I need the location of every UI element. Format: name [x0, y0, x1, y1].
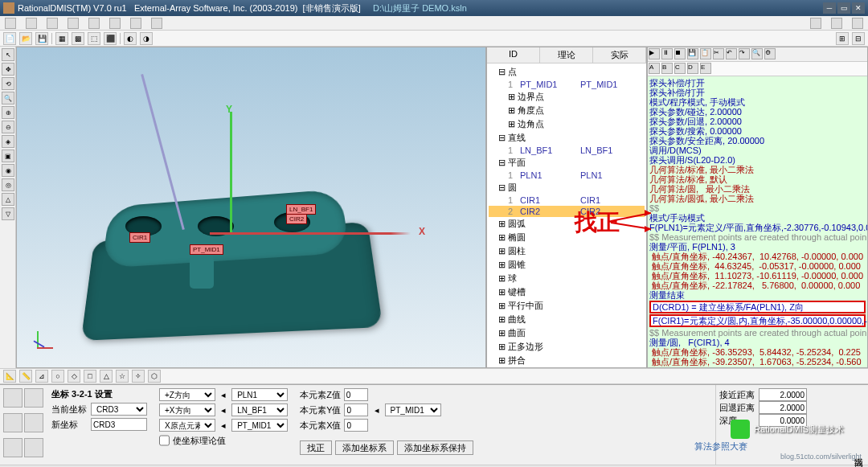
- tree-node[interactable]: ⊞ 曲线: [489, 313, 645, 326]
- code-tool2-icon[interactable]: C: [674, 63, 686, 74]
- code-line[interactable]: 测量/圆, F(CIR1), 4: [649, 338, 866, 347]
- tree-node[interactable]: ⊞ 正多边形: [489, 340, 645, 354]
- code-tool2-icon[interactable]: E: [700, 63, 711, 74]
- tool-icon[interactable]: ⬚: [88, 32, 100, 45]
- code-line[interactable]: 触点/直角坐标, -35.08761, 0.95973, -5.25234, -…: [649, 367, 866, 367]
- tool-icon[interactable]: ◑: [140, 32, 153, 45]
- tree-node[interactable]: ⊞ 圆锥: [489, 258, 645, 272]
- tree-col-id[interactable]: ID: [487, 47, 540, 63]
- vtool-icon[interactable]: ⊕: [2, 106, 14, 119]
- ze-input[interactable]: [344, 388, 368, 401]
- pt-select[interactable]: PT_MID1: [385, 404, 441, 416]
- tree-node[interactable]: ⊞ 边界点: [489, 90, 645, 104]
- code-line[interactable]: 模式/程序模式, 手动模式: [649, 97, 866, 107]
- tool-icon[interactable]: ◐: [124, 32, 137, 45]
- code-line[interactable]: 触点/直角坐标, 11.10273, -10.61119, -0.00000, …: [649, 271, 866, 281]
- ye-input[interactable]: [344, 404, 368, 416]
- code-tool2-icon[interactable]: B: [661, 63, 673, 74]
- tree-node[interactable]: 1LN_BF1LN_BF1: [489, 145, 645, 156]
- add-coord-keep-button[interactable]: 添加坐标系保持: [397, 440, 473, 455]
- code-line[interactable]: $$ Measurement points are created throug…: [649, 328, 866, 338]
- tree-node[interactable]: ⊞ 拼合: [489, 354, 645, 367]
- menu-icon[interactable]: [26, 18, 37, 29]
- tree-node[interactable]: ⊞ 边角点: [489, 117, 645, 131]
- close-button[interactable]: ✕: [852, 2, 865, 14]
- tree-node[interactable]: 1PLN1PLN1: [489, 170, 645, 181]
- btool-icon[interactable]: ☆: [116, 370, 129, 383]
- code-tool-icon[interactable]: ⏸: [661, 48, 673, 59]
- code-tool-icon[interactable]: ↷: [739, 48, 750, 59]
- code-line[interactable]: 模式/手动模式: [649, 213, 866, 223]
- tree-node[interactable]: 1PT_MID1PT_MID1: [489, 79, 645, 90]
- xe-input[interactable]: [344, 419, 368, 432]
- maximize-button[interactable]: ▭: [837, 2, 850, 14]
- code-line[interactable]: 探头参数/碰达, 2.00000: [649, 107, 866, 117]
- btool-cube-icon[interactable]: [24, 438, 43, 457]
- vtool-icon[interactable]: ▽: [2, 207, 14, 220]
- btool-icon[interactable]: □: [84, 370, 96, 383]
- vtool-icon[interactable]: △: [2, 193, 14, 206]
- menu-icon[interactable]: [109, 18, 121, 29]
- btool-icon[interactable]: ◇: [68, 370, 80, 383]
- code-line[interactable]: 测量结束: [649, 290, 866, 300]
- tool-icon[interactable]: ⊞: [836, 32, 849, 45]
- xdir-feat-select[interactable]: LN_BF1: [231, 404, 288, 416]
- tool-save-icon[interactable]: 💾: [35, 32, 48, 45]
- menu-icon[interactable]: [47, 18, 58, 29]
- btool-icon[interactable]: △: [100, 370, 113, 383]
- code-line[interactable]: $$: [649, 203, 866, 213]
- tree-node[interactable]: ⊟ 点: [489, 65, 645, 79]
- code-tool-icon[interactable]: 🔍: [751, 48, 763, 59]
- menu-icon[interactable]: [88, 18, 100, 29]
- zdir-feat-select[interactable]: PLN1: [231, 388, 288, 401]
- tool-new-icon[interactable]: 📄: [3, 32, 16, 45]
- feature-tag-cir2[interactable]: CIR2: [286, 214, 307, 224]
- code-line[interactable]: 几何算法/圆弧, 最小二乘法: [649, 194, 866, 203]
- tool-icon[interactable]: ▦: [55, 32, 68, 45]
- 3d-viewport[interactable]: X Y CIR1 PT_MID1 LN_BF1 CIR2: [16, 47, 486, 368]
- tree-col-actual[interactable]: 实际: [593, 47, 646, 63]
- btool-icon[interactable]: 📏: [19, 370, 32, 383]
- current-coord-select[interactable]: CRD3: [91, 403, 147, 416]
- tree-node[interactable]: ⊞ 圆柱: [489, 244, 645, 258]
- code-line[interactable]: 几何算法/标准, 最小二乘法: [649, 165, 866, 174]
- code-line[interactable]: 探头调用/S(L20-D2.0): [649, 155, 866, 165]
- zdir-select[interactable]: +Z方向: [159, 388, 215, 401]
- btool-icon[interactable]: ✧: [132, 370, 145, 383]
- feature-tag-ptmid1[interactable]: PT_MID1: [190, 244, 223, 255]
- btool-icon[interactable]: ⬡: [148, 370, 161, 383]
- new-coord-input[interactable]: [91, 418, 147, 431]
- code-tool-icon[interactable]: ↶: [726, 48, 737, 59]
- code-line[interactable]: 探头参数/搜索, 0.00000: [649, 126, 866, 136]
- menu-icon[interactable]: [130, 18, 141, 29]
- tree-node[interactable]: ⊟ 直线: [489, 131, 645, 145]
- approach-input[interactable]: [759, 388, 807, 401]
- code-tool-icon[interactable]: ✂: [713, 48, 724, 59]
- dmis-code-view[interactable]: 探头补偿/打开探头补偿/打开模式/程序模式, 手动模式探头参数/碰达, 2.00…: [648, 76, 867, 367]
- feature-tag-cir1[interactable]: CIR1: [129, 232, 150, 243]
- add-coord-button[interactable]: 添加坐标系: [335, 440, 394, 455]
- code-tool-icon[interactable]: ⚙: [764, 48, 776, 59]
- vtool-icon[interactable]: ✥: [2, 63, 14, 76]
- code-line[interactable]: 触点/直角坐标, -36.35293, 5.84432, -5.25234, 0…: [649, 347, 866, 357]
- vtool-icon[interactable]: ⊖: [2, 121, 14, 133]
- menu-icon[interactable]: [151, 18, 162, 29]
- vtool-icon[interactable]: ⟲: [2, 77, 14, 90]
- vtool-icon[interactable]: 🔍: [2, 92, 14, 104]
- btool-cube-icon[interactable]: [24, 388, 43, 408]
- code-line[interactable]: 探头补偿/打开: [649, 88, 866, 97]
- btool-icon[interactable]: ⊿: [35, 370, 48, 383]
- code-line[interactable]: F(PLN1)=元素定义/平面,直角坐标,-2.30776,-0.10943,0…: [649, 223, 866, 232]
- code-line[interactable]: 触点/直角坐标, -22.17824, 5.76800, 0.00000, 0.…: [649, 281, 866, 290]
- code-line[interactable]: 几何算法/标准, 默认: [649, 174, 866, 184]
- tree-node[interactable]: ⊞ 曲面: [489, 326, 645, 340]
- code-line[interactable]: 测量/平面, F(PLN1), 3: [649, 242, 866, 252]
- code-line[interactable]: 触点/直角坐标, -39.23507, 1.67063, -5.25234, -…: [649, 357, 866, 367]
- tool-icon[interactable]: ⊟: [852, 32, 865, 45]
- code-tool-icon[interactable]: 💾: [687, 48, 698, 59]
- menu-icon[interactable]: [810, 18, 821, 29]
- btool-cube-icon[interactable]: [3, 388, 23, 408]
- vtool-icon[interactable]: ◉: [2, 164, 14, 177]
- code-tool-icon[interactable]: ⏹: [674, 48, 686, 59]
- btool-cube-icon[interactable]: [24, 413, 43, 432]
